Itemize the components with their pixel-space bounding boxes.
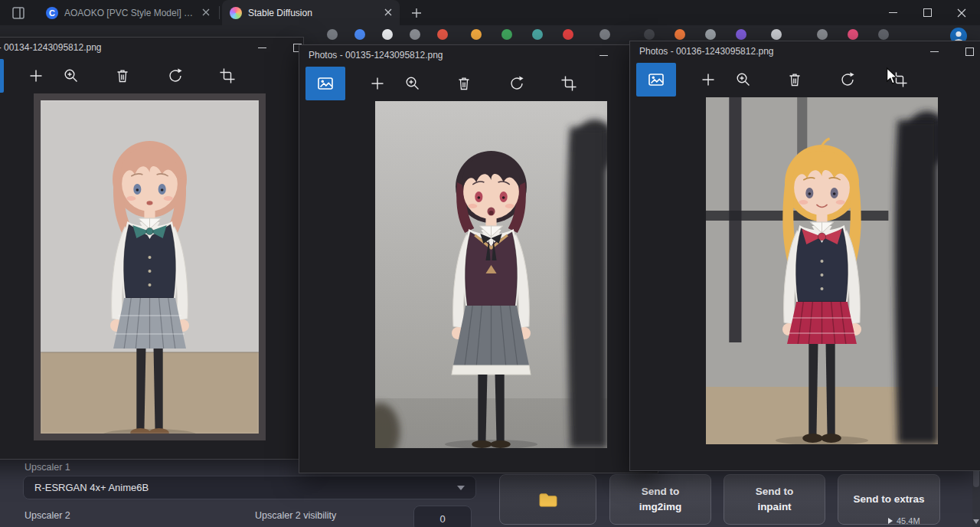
- delete-button[interactable]: [106, 59, 139, 93]
- window-titlebar[interactable]: Photos - 00135-1243095812.png: [299, 45, 658, 65]
- status-badge: 45.4M: [888, 516, 920, 525]
- upscaler1-value: R-ESRGAN 4x+ Anime6B: [34, 482, 149, 493]
- stable-diffusion-favicon-icon: [230, 7, 242, 19]
- favicon-icon[interactable]: [501, 29, 512, 40]
- favicon-icon[interactable]: [354, 29, 365, 40]
- rotate-button[interactable]: [831, 63, 864, 97]
- upscaler2-visibility-input[interactable]: [413, 506, 472, 527]
- favicon-icon[interactable]: [599, 29, 610, 40]
- screen: C AOAOKO [PVC Style Model] - PV Stable D…: [0, 0, 980, 527]
- tab-aoaoko[interactable]: C AOAOKO [PVC Style Model] - PV: [38, 0, 217, 25]
- photos-window-00136[interactable]: Photos - 00136-1243095812.png: [629, 41, 980, 471]
- tab-divider: [219, 6, 220, 19]
- zoom-button[interactable]: [396, 67, 430, 100]
- send-to-inpaint-button[interactable]: Send to inpaint: [724, 474, 825, 525]
- crop-icon: [560, 75, 577, 92]
- scroll-down-arrow-icon[interactable]: [973, 519, 979, 524]
- trash-icon: [114, 67, 131, 84]
- zoom-in-icon: [63, 67, 80, 84]
- window-title: Photos - 00135-1243095812.png: [309, 50, 443, 61]
- crop-button[interactable]: [211, 59, 244, 93]
- window-titlebar[interactable]: Photos - 00134-1243095812.png: [0, 38, 303, 57]
- zoom-button[interactable]: [54, 59, 88, 93]
- favicon-icon[interactable]: [410, 29, 420, 40]
- photos-window-00135[interactable]: Photos - 00135-1243095812.png: [299, 44, 658, 473]
- favicon-icon[interactable]: [878, 29, 889, 40]
- photo-content-00134: [34, 93, 266, 440]
- delete-button[interactable]: [778, 63, 812, 97]
- tab-stable-diffusion[interactable]: Stable Diffusion: [222, 0, 400, 25]
- folder-icon: [538, 491, 558, 508]
- open-folder-button[interactable]: [499, 474, 596, 525]
- favicon-icon[interactable]: [382, 29, 393, 40]
- browser-tab-bar: C AOAOKO [PVC Style Model] - PV Stable D…: [0, 0, 980, 25]
- plus-icon: [369, 75, 386, 92]
- mouse-cursor: [886, 67, 897, 87]
- play-icon: [888, 518, 893, 524]
- see-all-photos-button[interactable]: [0, 59, 4, 93]
- window-title: Photos - 00134-1243095812.png: [0, 42, 101, 53]
- window-titlebar[interactable]: Photos - 00136-1243095812.png: [630, 41, 980, 61]
- plus-icon: [700, 71, 717, 88]
- crop-button[interactable]: [552, 67, 586, 100]
- rotate-button[interactable]: [500, 67, 534, 100]
- favicon-icon[interactable]: [327, 29, 338, 40]
- gallery-icon: [647, 70, 665, 89]
- zoom-in-icon: [735, 71, 752, 88]
- photos-toolbar: [630, 61, 980, 97]
- add-button[interactable]: [691, 63, 725, 97]
- window-title: Photos - 00136-1243095812.png: [639, 46, 773, 57]
- minimize-button[interactable]: [920, 41, 949, 61]
- trash-icon: [456, 75, 472, 92]
- zoom-in-icon: [404, 75, 421, 92]
- browser-minimize-button[interactable]: [876, 0, 910, 25]
- favicon-icon[interactable]: [817, 29, 828, 40]
- add-button[interactable]: [19, 59, 53, 93]
- delete-button[interactable]: [447, 67, 481, 100]
- tab-label: Stable Diffusion: [248, 8, 378, 18]
- button-label: Send to: [642, 484, 680, 499]
- minimize-button[interactable]: [589, 45, 618, 65]
- badge-text: 45.4M: [897, 516, 920, 525]
- favicon-icon[interactable]: [437, 29, 448, 40]
- browser-maximize-button[interactable]: [910, 0, 944, 25]
- favicon-icon[interactable]: [563, 29, 573, 40]
- photo-content-00136: [706, 97, 938, 444]
- see-all-photos-button[interactable]: [636, 63, 676, 97]
- favicon-icon[interactable]: [771, 29, 782, 40]
- new-tab-icon[interactable]: [409, 5, 424, 21]
- maximize-button[interactable]: [955, 41, 980, 61]
- photo-content-00135: [375, 101, 607, 448]
- tab-layout-icon[interactable]: [11, 5, 26, 21]
- favicon-icon[interactable]: [705, 29, 716, 40]
- send-to-img2img-button[interactable]: Send to img2img: [609, 474, 711, 525]
- see-all-photos-button[interactable]: [305, 67, 345, 100]
- upscaler2-visibility-label: Upscaler 2 visibility: [255, 510, 336, 521]
- upscaler1-dropdown[interactable]: R-ESRGAN 4x+ Anime6B: [23, 476, 476, 499]
- tab-label: AOAOKO [PVC Style Model] - PV: [64, 8, 196, 18]
- button-label: inpaint: [757, 499, 791, 515]
- rotate-button[interactable]: [158, 59, 192, 93]
- zoom-button[interactable]: [727, 63, 760, 97]
- arrow-cursor-icon: [886, 67, 897, 84]
- civitai-favicon-icon: C: [46, 7, 58, 19]
- upscaler1-label: Upscaler 1: [24, 462, 70, 473]
- tab-close-icon[interactable]: [384, 8, 392, 18]
- browser-close-button[interactable]: [945, 0, 978, 25]
- favicon-icon[interactable]: [532, 29, 543, 40]
- minimize-button[interactable]: [247, 38, 276, 57]
- favicon-icon[interactable]: [675, 29, 685, 40]
- rotate-icon: [839, 71, 856, 88]
- button-label: Send to extras: [853, 492, 924, 507]
- favicon-icon[interactable]: [848, 29, 858, 40]
- add-button[interactable]: [361, 67, 394, 100]
- tab-close-icon[interactable]: [202, 8, 210, 18]
- gallery-icon: [316, 74, 335, 93]
- favicon-icon[interactable]: [471, 29, 482, 40]
- button-label: img2img: [639, 499, 682, 515]
- crop-icon: [219, 67, 236, 84]
- favicon-icon[interactable]: [644, 29, 655, 40]
- photos-window-00134[interactable]: Photos - 00134-1243095812.png: [0, 37, 304, 460]
- button-label: Send to: [756, 484, 794, 499]
- favicon-icon[interactable]: [736, 29, 746, 40]
